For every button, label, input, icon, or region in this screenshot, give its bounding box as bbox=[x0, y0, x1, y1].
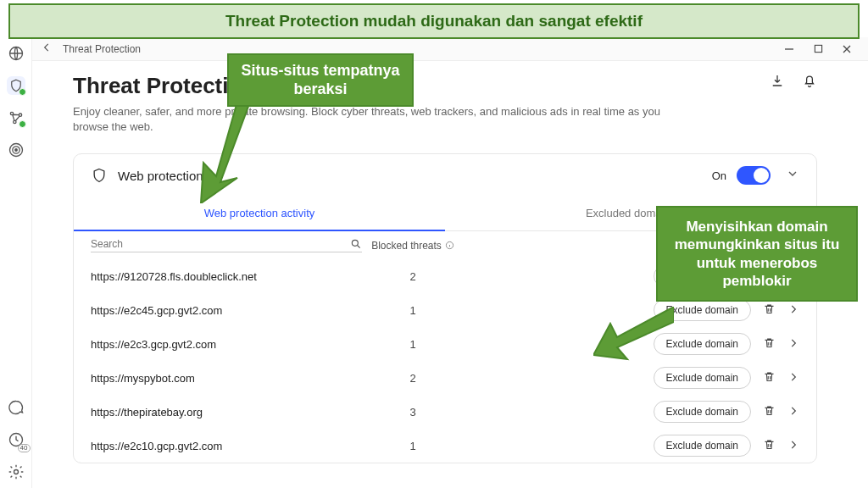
threat-count: 1 bbox=[362, 304, 464, 317]
threat-count: 3 bbox=[362, 406, 464, 419]
trash-icon[interactable] bbox=[763, 438, 776, 453]
blocked-threats-header: Blocked threats bbox=[362, 240, 464, 252]
toggle-label: On bbox=[712, 169, 726, 182]
tab-activity[interactable]: Web protection activity bbox=[74, 197, 445, 231]
chevron-right-icon[interactable] bbox=[787, 337, 799, 352]
chevron-right-icon[interactable] bbox=[787, 439, 799, 453]
threat-url: https://myspybot.com bbox=[91, 372, 362, 385]
chevron-right-icon[interactable] bbox=[787, 371, 799, 385]
svg-point-8 bbox=[14, 470, 18, 474]
clock-icon[interactable]: 40 bbox=[7, 430, 25, 449]
search-icon bbox=[350, 238, 362, 250]
settings-icon[interactable] bbox=[7, 463, 25, 481]
threat-count: 1 bbox=[362, 440, 464, 452]
window-title: Threat Protection bbox=[63, 43, 141, 55]
trash-icon[interactable] bbox=[763, 302, 776, 318]
window-titlebar: Threat Protection bbox=[32, 37, 868, 61]
search-input[interactable] bbox=[91, 238, 350, 250]
threat-row: https://myspybot.com2Exclude domain bbox=[74, 361, 816, 395]
bell-icon[interactable] bbox=[802, 73, 817, 88]
help-icon[interactable] bbox=[7, 398, 25, 417]
download-icon[interactable] bbox=[770, 73, 785, 88]
exclude-domain-button[interactable]: Exclude domain bbox=[654, 435, 751, 457]
info-icon[interactable] bbox=[445, 241, 454, 250]
trash-icon[interactable] bbox=[763, 336, 776, 352]
back-button[interactable] bbox=[39, 42, 54, 57]
threat-row: https://e2c3.gcp.gvt2.com1Exclude domain bbox=[74, 327, 816, 361]
nav-sidebar: 40 bbox=[0, 37, 32, 488]
threat-count: 1 bbox=[362, 338, 464, 351]
svg-point-10 bbox=[352, 241, 358, 247]
exclude-domain-button[interactable]: Exclude domain bbox=[654, 401, 751, 423]
annotation-callout-1: Situs-situs tempatnya beraksi bbox=[227, 53, 414, 107]
svg-marker-16 bbox=[593, 307, 674, 359]
svg-point-6 bbox=[14, 149, 17, 152]
exclude-domain-button[interactable]: Exclude domain bbox=[654, 367, 751, 389]
annotation-callout-2: Menyisihkan domain memungkinkan situs it… bbox=[656, 206, 858, 302]
threat-url: https://thepiratebay.org bbox=[91, 406, 362, 419]
trash-icon[interactable] bbox=[763, 370, 776, 385]
maximize-button[interactable] bbox=[804, 39, 832, 59]
threat-url: https://e2c45.gcp.gvt2.com bbox=[91, 304, 362, 317]
threat-row: https://e2c10.gcp.gvt2.com1Exclude domai… bbox=[74, 429, 816, 463]
threat-count: 2 bbox=[362, 372, 464, 385]
svg-rect-9 bbox=[815, 45, 821, 52]
threat-count: 2 bbox=[362, 270, 464, 283]
web-protection-card: Web protection On Web protection activit… bbox=[73, 153, 817, 463]
close-button[interactable] bbox=[832, 39, 861, 59]
protection-toggle[interactable] bbox=[737, 166, 771, 185]
threat-url: https://9120728.fls.doubleclick.net bbox=[91, 270, 362, 283]
threat-url: https://e2c3.gcp.gvt2.com bbox=[91, 338, 362, 351]
page-description: Enjoy cleaner, safer, and more private b… bbox=[73, 104, 683, 135]
chevron-right-icon[interactable] bbox=[787, 303, 799, 318]
threat-url: https://e2c10.gcp.gvt2.com bbox=[91, 440, 362, 452]
card-header: Web protection On bbox=[74, 154, 816, 197]
annotation-arrow-1 bbox=[191, 102, 250, 203]
page-title: Threat Protection bbox=[73, 73, 817, 99]
radar-icon[interactable] bbox=[7, 141, 25, 159]
expand-chevron-icon[interactable] bbox=[786, 167, 799, 184]
chevron-right-icon[interactable] bbox=[787, 405, 799, 419]
mesh-icon[interactable] bbox=[7, 108, 25, 127]
annotation-arrow-2 bbox=[593, 307, 674, 366]
svg-marker-15 bbox=[201, 102, 250, 203]
svg-point-1 bbox=[10, 112, 13, 114]
annotation-banner: Threat Protection mudah digunakan dan sa… bbox=[8, 3, 860, 39]
shield-icon[interactable] bbox=[7, 76, 25, 95]
minimize-button[interactable] bbox=[775, 39, 804, 59]
search-field[interactable] bbox=[91, 238, 362, 252]
card-shield-icon bbox=[91, 167, 108, 184]
trash-icon[interactable] bbox=[763, 404, 776, 419]
threat-row: https://thepiratebay.org3Exclude domain bbox=[74, 395, 816, 429]
globe-icon[interactable] bbox=[7, 44, 25, 63]
clock-badge: 40 bbox=[18, 444, 31, 452]
